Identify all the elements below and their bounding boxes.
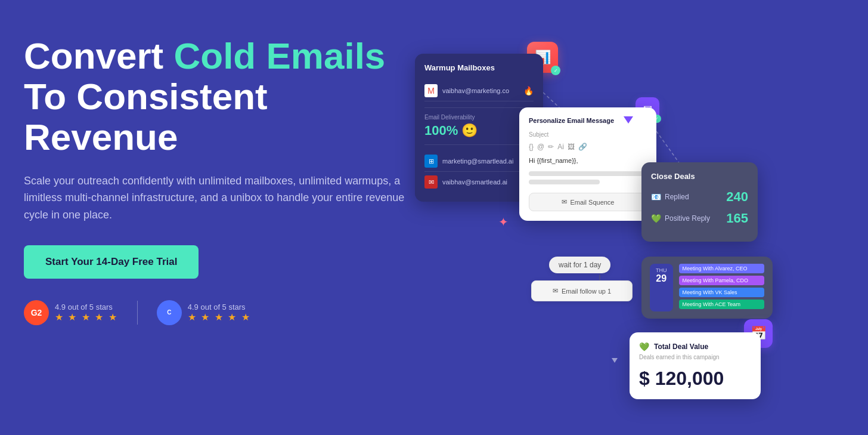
arrow-down-2 bbox=[612, 358, 618, 363]
capterra-score: 4.9 out of 5 stars bbox=[188, 303, 251, 311]
deliverability-section: Email Deliverability 100% 🙂 bbox=[424, 107, 534, 145]
check-mark: ✓ bbox=[551, 66, 560, 75]
email-addr-3: vaibhav@smartlead.ai bbox=[442, 178, 519, 186]
g2-score: 4.9 out of 5 stars bbox=[55, 303, 118, 311]
meeting-item-1: Meeting With Alvarez, CEO bbox=[679, 264, 765, 273]
headline: Convert Cold Emails To Consistent Revenu… bbox=[24, 36, 429, 158]
date-day: THU bbox=[656, 267, 667, 273]
capterra-badge: C bbox=[157, 300, 182, 325]
sparkle-decoration: ✦ bbox=[498, 215, 509, 229]
date-num: 29 bbox=[656, 273, 667, 284]
positive-reply-value: 165 bbox=[726, 211, 748, 226]
meetings-list: Meeting With Alvarez, CEO Meeting With P… bbox=[679, 264, 765, 311]
rating-capterra: C 4.9 out of 5 stars ★ ★ ★ ★ ★ bbox=[157, 300, 251, 325]
toolbar-ai: Ai bbox=[557, 143, 564, 151]
email-row-2: ⊞ marketing@smartlead.ai bbox=[424, 151, 534, 172]
gmail-icon: M bbox=[424, 84, 438, 97]
toolbar-link: 🔗 bbox=[578, 143, 587, 151]
deal-value-card: 💚 Total Deal Value Deals earned in this … bbox=[630, 332, 761, 399]
subject-label: Subject bbox=[529, 131, 647, 138]
deal-value-title: Total Deal Value bbox=[654, 343, 708, 351]
email-card: Personalize Email Message Subject {} @ ✏… bbox=[519, 107, 656, 221]
email-row-3: ✉ vaibhav@smartlead.ai 🎊 bbox=[424, 172, 534, 192]
wait-bubble: wait for 1 day bbox=[549, 257, 610, 273]
followup-envelope-icon: ✉ bbox=[553, 287, 558, 295]
replied-value: 240 bbox=[726, 189, 748, 205]
text-line-1 bbox=[529, 171, 647, 176]
right-panels: 📊 ✓ Warmup Mailboxes M vaibhav@marketing… bbox=[403, 0, 868, 435]
deal-value-amount: $ 120,000 bbox=[639, 368, 751, 390]
sequence-label: Email Squence bbox=[571, 199, 615, 206]
toolbar-braces: {} bbox=[529, 143, 534, 151]
email-row-1: M vaibhav@marketing.co 🔥 bbox=[424, 81, 534, 101]
g2-badge: G2 bbox=[24, 300, 49, 325]
arrow-down-1 bbox=[624, 116, 633, 124]
positive-reply-stat: 💚 Positive Reply 165 bbox=[651, 211, 748, 226]
envelope-icon: ✉ bbox=[562, 198, 567, 206]
warmup-card-header: Warmup Mailboxes bbox=[424, 63, 534, 72]
outlook-icon: ⊞ bbox=[424, 155, 438, 168]
cta-button[interactable]: Start Your 14-Day Free Trial bbox=[24, 245, 199, 279]
meetings-card: THU 29 Meeting With Alvarez, CEO Meeting… bbox=[641, 257, 773, 319]
replied-icon: 📧 bbox=[651, 192, 661, 202]
deliverability-value: 100% 🙂 bbox=[424, 123, 534, 138]
gmail-icon-2: ✉ bbox=[424, 175, 438, 189]
email-addr-1: vaibhav@marketing.co bbox=[442, 87, 519, 94]
followup-button[interactable]: ✉ Email follow up 1 bbox=[531, 280, 633, 301]
close-deals-title: Close Deals bbox=[651, 172, 748, 181]
date-badge: THU 29 bbox=[650, 264, 673, 311]
hero-section: Convert Cold Emails To Consistent Revenu… bbox=[24, 36, 429, 325]
headline-part2: To Consistent Revenue bbox=[24, 76, 268, 158]
positive-reply-label: 💚 Positive Reply bbox=[651, 214, 710, 223]
wait-label: wait for 1 day bbox=[559, 261, 601, 269]
toolbar-at: @ bbox=[537, 143, 544, 151]
ratings-section: G2 4.9 out of 5 stars ★ ★ ★ ★ ★ C 4.9 ou… bbox=[24, 300, 429, 325]
g2-stars: ★ ★ ★ ★ ★ bbox=[55, 311, 118, 323]
replied-label: 📧 Replied bbox=[651, 192, 689, 202]
deal-value-header: 💚 Total Deal Value bbox=[639, 342, 751, 351]
editor-toolbar: {} @ ✏ Ai 🖼 🔗 bbox=[529, 143, 647, 151]
toolbar-pencil: ✏ bbox=[548, 143, 554, 151]
meeting-item-3: Meeting With VK Sales bbox=[679, 288, 765, 297]
meeting-item-4: Meeting With ACE Team bbox=[679, 300, 765, 309]
email-card-title: Personalize Email Message bbox=[529, 117, 614, 124]
sequence-button[interactable]: ✉ Email Squence bbox=[529, 193, 647, 211]
positive-icon: 💚 bbox=[651, 214, 661, 223]
close-deals-card: Close Deals 📧 Replied 240 💚 Positive Rep… bbox=[641, 162, 758, 242]
email-greeting: Hi {{first_name}}, bbox=[529, 157, 647, 164]
capterra-stars: ★ ★ ★ ★ ★ bbox=[188, 311, 251, 323]
text-line-2 bbox=[529, 180, 600, 184]
followup-label: Email follow up 1 bbox=[562, 288, 611, 295]
deal-value-subtitle: Deals earned in this campaign bbox=[639, 354, 751, 360]
rating-g2: G2 4.9 out of 5 stars ★ ★ ★ ★ ★ bbox=[24, 300, 118, 325]
email-badge-1: 🔥 bbox=[523, 86, 534, 95]
deal-value-icon: 💚 bbox=[639, 342, 649, 351]
headline-highlight: Cold Emails bbox=[173, 35, 385, 76]
toolbar-image: 🖼 bbox=[568, 143, 575, 151]
hero-subtext: Scale your outreach confidently with unl… bbox=[24, 172, 405, 224]
deliverability-label: Email Deliverability bbox=[424, 114, 534, 121]
replied-stat: 📧 Replied 240 bbox=[651, 189, 748, 205]
warmup-title: Warmup Mailboxes bbox=[424, 63, 495, 72]
rating-divider bbox=[137, 301, 138, 325]
meeting-item-2: Meeting With Pamela, CDO bbox=[679, 276, 765, 285]
headline-part1: Convert bbox=[24, 35, 173, 76]
